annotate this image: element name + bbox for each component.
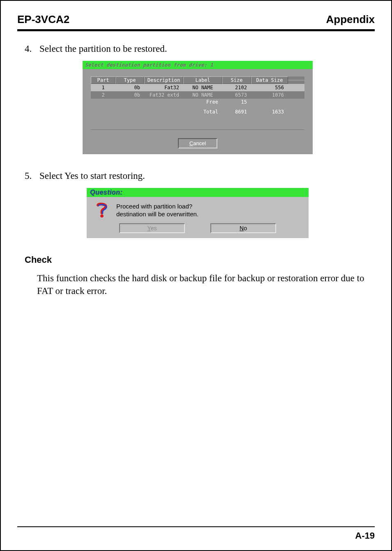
partition-button-row: Cancel [90, 138, 305, 148]
page: EP-3VCA2 Appendix 4. Select the partitio… [0, 0, 392, 551]
page-footer: A-19 [13, 526, 379, 541]
cell-size: 2102 [222, 84, 251, 91]
table-row[interactable]: 2 0b Fat32 extd NO NAME 6573 1076 [91, 91, 304, 99]
header-rule [17, 29, 375, 31]
check-heading: Check [25, 255, 371, 265]
col-label: Label [183, 76, 222, 84]
yes-rest: es [151, 225, 157, 232]
page-header: EP-3VCA2 Appendix [13, 13, 379, 28]
cell-data: 1076 [251, 92, 288, 98]
header-left: EP-3VCA2 [17, 13, 69, 26]
question-button-row: Yes No [94, 223, 301, 233]
step-4-text: Select the partition to be restored. [39, 44, 167, 54]
question-message: Proceed with partition load? destination… [116, 203, 198, 218]
cell-data: 556 [251, 84, 288, 91]
cell-desc: Fat32 extd [144, 92, 183, 98]
select-partition-body: Part Type Description Label Size Data Si… [83, 69, 313, 154]
no-mnemonic: N [240, 225, 244, 232]
cell-label: NO NAME [183, 92, 222, 98]
cell-type: 0b [115, 84, 144, 91]
page-body: 4. Select the partition to be restored. … [13, 44, 379, 297]
partition-table: Part Type Description Label Size Data Si… [91, 76, 304, 130]
question-mark-icon [94, 203, 110, 218]
select-partition-titlebar: Select destination partition from drive:… [83, 61, 313, 69]
cell-part: 1 [91, 84, 115, 91]
col-part: Part [91, 76, 115, 84]
table-tail [91, 116, 304, 130]
table-row[interactable]: 1 0b Fat32 NO NAME 2102 556 [91, 84, 304, 91]
col-type: Type [115, 76, 144, 84]
col-size: Size [222, 76, 251, 84]
yes-button[interactable]: Yes [119, 223, 185, 233]
free-label: Free [183, 99, 222, 106]
cancel-mnemonic: C [189, 140, 193, 146]
total-size: 8691 [222, 109, 251, 116]
page-number: A-19 [13, 530, 379, 541]
cancel-rest: ancel [193, 140, 206, 146]
question-body: Proceed with partition load? destination… [87, 197, 309, 238]
col-desc: Description [144, 76, 183, 84]
step-4-num: 4. [25, 44, 35, 54]
yes-mnemonic: Y [148, 225, 151, 232]
col-data: Data Size [251, 76, 288, 84]
question-titlebar: Question: [87, 188, 309, 197]
figure-question-dialog: Question: Proceed with partition load? [25, 188, 371, 238]
free-row: Free 15 [91, 99, 304, 106]
step-5: 5. Select Yes to start restoring. [25, 171, 371, 181]
step-5-num: 5. [25, 171, 35, 181]
col-spacer [288, 80, 304, 81]
total-data: 1633 [251, 109, 288, 116]
check-body: This function checks the hard disk or ba… [25, 272, 371, 297]
step-4: 4. Select the partition to be restored. [25, 44, 371, 54]
cell-label: NO NAME [183, 84, 222, 91]
select-partition-window: Select destination partition from drive:… [83, 61, 313, 154]
no-button[interactable]: No [210, 223, 276, 233]
total-row: Total 8691 1633 [91, 109, 304, 116]
svg-point-0 [100, 215, 104, 218]
partition-table-header: Part Type Description Label Size Data Si… [91, 76, 304, 84]
cancel-button[interactable]: Cancel [178, 138, 217, 148]
cell-size: 6573 [222, 92, 251, 98]
no-rest: o [244, 225, 247, 232]
step-5-text: Select Yes to start restoring. [39, 171, 145, 181]
question-line-2: destination will be overwritten. [116, 211, 198, 218]
question-dialog: Question: Proceed with partition load? [87, 188, 309, 238]
header-right: Appendix [326, 13, 375, 26]
cell-part: 2 [91, 92, 115, 98]
total-label: Total [183, 109, 222, 116]
question-message-row: Proceed with partition load? destination… [94, 203, 301, 218]
footer-rule [17, 526, 375, 527]
figure-partition-table: Select destination partition from drive:… [25, 61, 371, 154]
cell-type: 0b [115, 92, 144, 98]
question-line-1: Proceed with partition load? [116, 203, 198, 211]
free-size: 15 [222, 99, 251, 106]
cell-desc: Fat32 [144, 84, 183, 91]
